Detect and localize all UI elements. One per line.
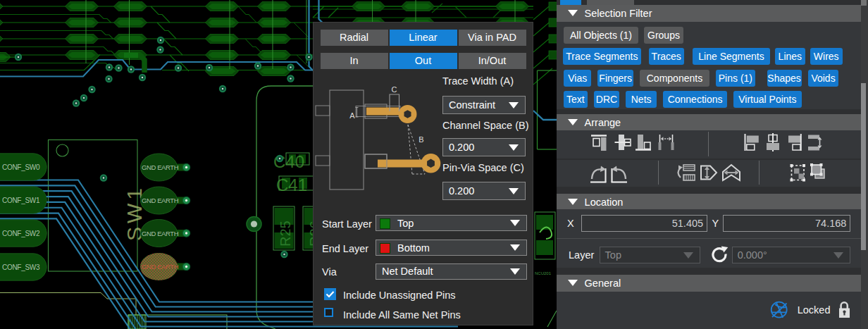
svg-text:A: A (349, 111, 355, 120)
svg-text:R25: R25 (278, 221, 293, 247)
svg-text:GND EARTH: GND EARTH (142, 230, 179, 237)
svg-text:GND EARTH: GND EARTH (142, 263, 179, 271)
svg-text:CONF_SW0: CONF_SW0 (2, 163, 40, 171)
svg-text:CONF_SW1: CONF_SW1 (2, 197, 40, 204)
svg-text:GND EARTH: GND EARTH (142, 163, 179, 171)
svg-text:C41: C41 (276, 175, 307, 194)
svg-text:CONF_SW3: CONF_SW3 (2, 263, 40, 271)
svg-text:NCU201: NCU201 (535, 271, 552, 275)
svg-text:CONF_SW2: CONF_SW2 (2, 230, 40, 237)
svg-text:GND EARTH: GND EARTH (142, 197, 179, 204)
svg-text:B: B (418, 135, 423, 144)
svg-text:C: C (392, 86, 397, 94)
